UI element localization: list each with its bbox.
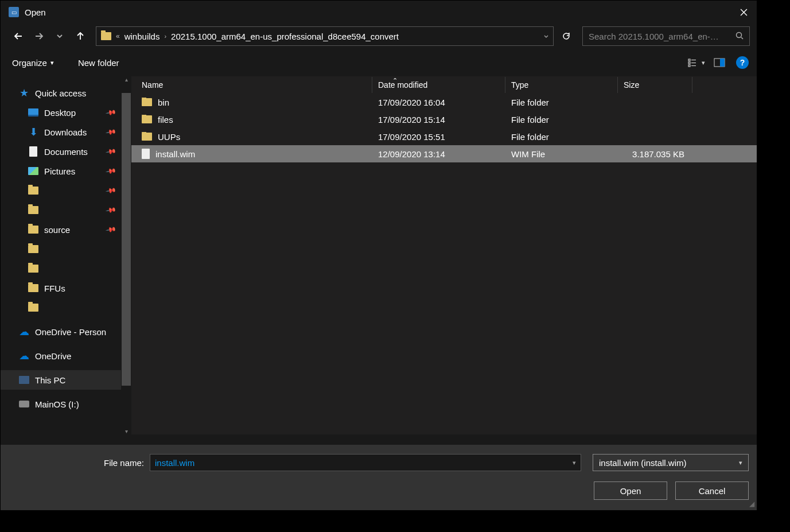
folder-icon [142,98,152,106]
file-type: File folder [505,115,618,125]
new-folder-button[interactable]: New folder [78,58,119,68]
folder-icon [101,32,111,40]
pin-icon: 📌 [105,204,116,216]
file-date: 17/09/2020 15:51 [372,132,505,142]
sidebar-item[interactable]: ⬇Downloads📌 [1,122,131,142]
title-bar: ▭ Open [1,1,757,24]
resize-grip[interactable]: ◢ [749,500,754,508]
desktop-icon [28,108,38,117]
sidebar-item[interactable]: 📌 [1,181,131,200]
folder-icon [28,206,38,214]
sidebar-item[interactable] [1,259,131,278]
preview-pane-button[interactable] [710,55,729,71]
file-row[interactable]: bin17/09/2020 16:04File folder [131,94,757,111]
file-name: UUPs [158,132,180,142]
column-size[interactable]: Size [618,77,692,93]
navigation-pane: ★ Quick access Desktop📌⬇Downloads📌Docume… [1,76,131,434]
file-list: ⌃ Name Date modified Type Size bin17/09/… [131,76,757,434]
folder-icon [28,304,38,312]
document-icon [29,146,37,157]
folder-icon [142,133,152,141]
file-name: files [158,115,173,125]
sidebar-item[interactable]: Documents📌 [1,142,131,161]
sidebar-scrollbar[interactable]: ▴ ▾ [121,76,131,434]
svg-point-2 [737,32,742,37]
address-bar[interactable]: « winbuilds › 20215.1000_arm64_en-us_pro… [96,26,554,46]
scrollbar-thumb[interactable] [122,93,131,386]
window-title: Open [25,7,46,17]
sidebar-item-label: Pictures [44,166,75,176]
file-row[interactable]: install.wim12/09/2020 13:14WIM File3.187… [131,145,757,162]
organize-button[interactable]: Organize ▾ [12,58,54,68]
file-name: bin [158,98,169,107]
column-headers: ⌃ Name Date modified Type Size [131,76,757,94]
sidebar-onedrive-personal[interactable]: ☁ OneDrive - Person [1,322,131,341]
dialog-body: ★ Quick access Desktop📌⬇Downloads📌Docume… [1,76,757,434]
file-type: File folder [505,132,618,142]
refresh-button[interactable] [555,26,578,46]
sidebar-item-label: Documents [44,147,88,157]
chevron-down-icon[interactable]: ▾ [739,459,742,467]
pin-icon: 📌 [105,185,116,196]
sidebar-item[interactable]: FFUs [1,278,131,298]
sidebar-item[interactable]: Pictures📌 [1,161,131,181]
sidebar-item[interactable]: source📌 [1,220,131,239]
sidebar-onedrive[interactable]: ☁ OneDrive [1,346,131,366]
chevron-down-icon[interactable]: ▾ [573,459,576,467]
pin-icon: 📌 [105,224,116,235]
back-button[interactable] [9,26,28,46]
up-button[interactable] [71,26,90,46]
file-type-filter[interactable]: install.wim (install.wim) ▾ [593,454,749,471]
forward-button[interactable] [29,26,49,46]
help-button[interactable]: ? [736,56,749,69]
command-bar: Organize ▾ New folder ▾ ? [1,49,757,76]
address-dropdown[interactable] [543,32,550,41]
column-type[interactable]: Type [505,77,618,93]
sidebar-item[interactable]: Desktop📌 [1,103,131,122]
open-file-dialog: ▭ Open « winbuilds › 20215.1000_arm64_en… [0,0,757,511]
sidebar-item-label: source [44,225,70,235]
search-placeholder: Search 20215.1000_arm64_en-… [589,32,719,41]
search-input[interactable]: Search 20215.1000_arm64_en-… [582,26,750,46]
filename-label: File name: [1,458,150,468]
folder-icon [28,187,38,195]
sidebar-drive-mainos[interactable]: MainOS (I:) [1,394,131,414]
file-row[interactable]: files17/09/2020 15:14File folder [131,111,757,128]
scroll-down-icon[interactable]: ▾ [125,428,128,434]
search-icon [735,32,744,41]
folder-icon [28,284,38,292]
computer-icon [19,376,29,384]
file-date: 12/09/2020 13:14 [372,149,505,159]
file-type: WIM File [505,149,618,159]
star-icon: ★ [20,87,29,99]
close-button[interactable] [730,1,757,24]
sidebar-quick-access[interactable]: ★ Quick access [1,83,131,103]
open-button[interactable]: Open [594,481,667,500]
sidebar-item[interactable] [1,298,131,317]
sidebar-item-label: Desktop [44,108,76,118]
filename-input[interactable]: install.wim ▾ [150,454,581,471]
sidebar-item[interactable] [1,239,131,259]
sidebar-this-pc[interactable]: This PC [1,370,131,390]
pin-icon: 📌 [105,165,116,177]
download-icon: ⬇ [29,126,38,138]
svg-line-3 [741,37,743,39]
cancel-button[interactable]: Cancel [675,481,749,500]
recent-locations-button[interactable] [50,26,69,46]
column-name[interactable]: Name [131,77,372,93]
folder-icon [142,115,152,123]
drive-icon [19,401,29,407]
sidebar-item-label: Downloads [44,127,87,137]
navigation-bar: « winbuilds › 20215.1000_arm64_en-us_pro… [1,24,757,49]
chevron-right-icon[interactable]: › [164,33,166,40]
scroll-up-icon[interactable]: ▴ [125,76,128,83]
file-date: 17/09/2020 16:04 [372,98,505,107]
picture-icon [28,167,38,175]
file-row[interactable]: UUPs17/09/2020 15:51File folder [131,128,757,145]
view-options-button[interactable]: ▾ [687,55,706,71]
breadcrumb[interactable]: winbuilds [124,32,160,41]
sidebar-item[interactable]: 📌 [1,200,131,220]
breadcrumb[interactable]: 20215.1000_arm64_en-us_professional_d8ce… [171,32,399,41]
folder-icon [28,245,38,253]
pin-icon: 📌 [105,126,116,138]
